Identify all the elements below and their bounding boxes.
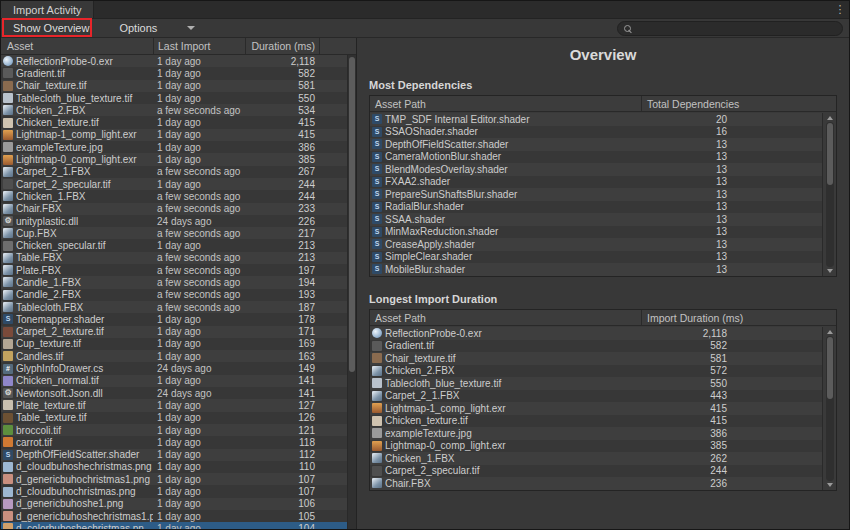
tab-import-activity[interactable]: Import Activity bbox=[1, 1, 94, 18]
scroll-up-icon[interactable] bbox=[827, 330, 833, 334]
activity-row[interactable]: Chicken_2.FBXa few seconds ago534 bbox=[1, 104, 347, 116]
activity-row[interactable]: Lightmap-1_comp_light.exr1 day ago415 bbox=[1, 129, 347, 141]
scrollbar-thumb[interactable] bbox=[827, 123, 833, 185]
overview-row[interactable]: Chicken_1.FBX262 bbox=[370, 452, 822, 465]
column-header-asset[interactable]: Asset bbox=[1, 38, 153, 54]
scrollbar-thumb[interactable] bbox=[827, 337, 833, 399]
overview-row[interactable]: Chair.FBX236 bbox=[370, 477, 822, 490]
activity-row[interactable]: Tablecloth_blue_texture.tif1 day ago550 bbox=[1, 92, 347, 104]
activity-row[interactable]: ReflectionProbe-0.exr1 day ago2,118 bbox=[1, 55, 347, 67]
dll-icon: ⚙ bbox=[3, 216, 13, 226]
activity-row[interactable]: Tablecloth.FBXa few seconds ago187 bbox=[1, 301, 347, 313]
column-header-asset-path[interactable]: Asset Path bbox=[370, 98, 641, 110]
model-icon bbox=[372, 453, 382, 463]
activity-row[interactable]: d_colorbuhoshechristmas.pn1 day ago104 bbox=[1, 522, 347, 529]
scroll-down-icon[interactable] bbox=[827, 269, 833, 273]
last-import-value: a few seconds ago bbox=[153, 302, 245, 313]
texture-icon bbox=[3, 499, 13, 509]
overview-row[interactable]: Lightmap-1_comp_light.exr415 bbox=[370, 402, 822, 415]
longest-import-duration-scrollbar[interactable] bbox=[822, 327, 836, 490]
scrollbar-track[interactable] bbox=[826, 122, 834, 267]
search-icon bbox=[624, 25, 631, 32]
asset-path: exampleTexture.jpg bbox=[385, 428, 640, 439]
search-field[interactable] bbox=[617, 21, 843, 36]
overview-row[interactable]: Gradient.tif582 bbox=[370, 340, 822, 353]
column-header-last-import[interactable]: Last Import bbox=[153, 38, 245, 54]
activity-row[interactable]: SDepthOfFieldScatter.shader1 day ago112 bbox=[1, 449, 347, 461]
column-header-asset-path[interactable]: Asset Path bbox=[370, 312, 641, 324]
options-dropdown[interactable]: Options bbox=[111, 20, 203, 36]
overview-row[interactable]: ReflectionProbe-0.exr2,118 bbox=[370, 327, 822, 340]
activity-row[interactable]: Chicken_normal.tif1 day ago141 bbox=[1, 375, 347, 387]
activity-row[interactable]: Gradient.tif1 day ago582 bbox=[1, 67, 347, 79]
overview-row[interactable]: Chicken_texture.tif415 bbox=[370, 415, 822, 428]
activity-row[interactable]: Table.FBXa few seconds ago213 bbox=[1, 252, 347, 264]
activity-row[interactable]: #GlyphInfoDrawer.cs24 days ago149 bbox=[1, 362, 347, 374]
activity-row[interactable]: Candles.tif1 day ago163 bbox=[1, 350, 347, 362]
activity-row[interactable]: d_genericbuhoshe1.png1 day ago106 bbox=[1, 498, 347, 510]
overview-row[interactable]: SRadialBlur.shader13 bbox=[370, 201, 822, 214]
overview-row[interactable]: Lightmap-0_comp_light.exr385 bbox=[370, 440, 822, 453]
activity-row[interactable]: Carpet_2_texture.tif1 day ago171 bbox=[1, 326, 347, 338]
overview-row[interactable]: SDepthOfFieldScatter.shader13 bbox=[370, 138, 822, 151]
overview-row[interactable]: exampleTexture.jpg386 bbox=[370, 427, 822, 440]
overview-row[interactable]: Carpet_2_specular.tif244 bbox=[370, 465, 822, 478]
activity-row[interactable]: Cup.FBXa few seconds ago217 bbox=[1, 227, 347, 239]
activity-row[interactable]: Plate.FBXa few seconds ago197 bbox=[1, 264, 347, 276]
activity-row[interactable]: Chair.FBXa few seconds ago233 bbox=[1, 203, 347, 215]
most-dependencies-scrollbar[interactable] bbox=[822, 113, 836, 276]
scrollbar-track[interactable] bbox=[826, 336, 834, 481]
overview-row[interactable]: SSSAOShader.shader16 bbox=[370, 126, 822, 139]
activity-row[interactable]: d_genericbuhoshechristmas1.pn1 day ago10… bbox=[1, 510, 347, 522]
scrollbar-thumb[interactable] bbox=[349, 57, 355, 372]
activity-row[interactable]: Plate_texture.tif1 day ago127 bbox=[1, 399, 347, 411]
overview-row[interactable]: SMobileBlur.shader13 bbox=[370, 263, 822, 276]
activity-row[interactable]: Chicken_texture.tif1 day ago415 bbox=[1, 116, 347, 128]
activity-row[interactable]: Table_texture.tif1 day ago126 bbox=[1, 412, 347, 424]
activity-row[interactable]: broccoli.tif1 day ago121 bbox=[1, 424, 347, 436]
activity-row[interactable]: Candle_2.FBXa few seconds ago193 bbox=[1, 289, 347, 301]
overview-row[interactable]: Tablecloth_blue_texture.tif550 bbox=[370, 377, 822, 390]
overview-row[interactable]: SMinMaxReduction.shader13 bbox=[370, 226, 822, 239]
activity-row[interactable]: Chicken_specular.tif1 day ago213 bbox=[1, 239, 347, 251]
asset-name: Chicken_2.FBX bbox=[16, 105, 153, 116]
column-header-import-duration[interactable]: Import Duration (ms) bbox=[641, 310, 836, 325]
activity-row[interactable]: exampleTexture.jpg1 day ago386 bbox=[1, 141, 347, 153]
column-header-total-dependencies[interactable]: Total Dependencies bbox=[641, 96, 836, 111]
activity-row[interactable]: Chair_texture.tif1 day ago581 bbox=[1, 80, 347, 92]
asset-path: MinMaxReduction.shader bbox=[385, 226, 640, 237]
overview-row[interactable]: Chair_texture.tif581 bbox=[370, 352, 822, 365]
activity-row[interactable]: STonemapper.shader1 day ago178 bbox=[1, 313, 347, 325]
activity-scrollbar[interactable] bbox=[347, 55, 356, 529]
overview-row[interactable]: STMP_SDF Internal Editor.shader20 bbox=[370, 113, 822, 126]
overview-row[interactable]: SSimpleClear.shader13 bbox=[370, 251, 822, 264]
column-header-duration[interactable]: Duration (ms) bbox=[245, 38, 319, 54]
overview-row[interactable]: Chicken_2.FBX572 bbox=[370, 365, 822, 378]
activity-row[interactable]: ⚙Newtonsoft.Json.dll24 days ago141 bbox=[1, 387, 347, 399]
asset-name: d_colorbuhoshechristmas.pn bbox=[16, 523, 153, 529]
overview-row[interactable]: Carpet_2_1.FBX443 bbox=[370, 390, 822, 403]
activity-row[interactable]: Carpet_2_specular.tif1 day ago244 bbox=[1, 178, 347, 190]
kebab-menu-icon[interactable]: ⋮ bbox=[831, 1, 849, 18]
overview-row[interactable]: SSSAA.shader13 bbox=[370, 213, 822, 226]
overview-row[interactable]: SBlendModesOverlay.shader13 bbox=[370, 163, 822, 176]
last-import-value: 1 day ago bbox=[153, 474, 245, 485]
activity-row[interactable]: Chicken_1.FBXa few seconds ago244 bbox=[1, 190, 347, 202]
activity-row[interactable]: ⚙unityplastic.dll24 days ago226 bbox=[1, 215, 347, 227]
activity-row[interactable]: Candle_1.FBXa few seconds ago194 bbox=[1, 276, 347, 288]
show-overview-button[interactable]: Show Overview bbox=[5, 20, 97, 36]
activity-row[interactable]: Lightmap-0_comp_light.exr1 day ago385 bbox=[1, 153, 347, 165]
overview-row[interactable]: SCreaseApply.shader13 bbox=[370, 238, 822, 251]
scroll-down-icon[interactable] bbox=[827, 483, 833, 487]
activity-row[interactable]: d_cloudbuhochristmas.png1 day ago107 bbox=[1, 485, 347, 497]
search-input[interactable] bbox=[635, 23, 836, 34]
activity-row[interactable]: Cup_texture.tif1 day ago169 bbox=[1, 338, 347, 350]
scroll-up-icon[interactable] bbox=[827, 116, 833, 120]
activity-row[interactable]: carrot.tif1 day ago118 bbox=[1, 436, 347, 448]
overview-row[interactable]: SCameraMotionBlur.shader13 bbox=[370, 151, 822, 164]
overview-row[interactable]: SFXAA2.shader13 bbox=[370, 176, 822, 189]
overview-row[interactable]: SPrepareSunShaftsBlur.shader13 bbox=[370, 188, 822, 201]
activity-row[interactable]: Carpet_2_1.FBXa few seconds ago267 bbox=[1, 166, 347, 178]
activity-row[interactable]: d_genericbuhochristmas1.png1 day ago107 bbox=[1, 473, 347, 485]
activity-row[interactable]: d_cloudbuhoshechristmas.png1 day ago110 bbox=[1, 461, 347, 473]
